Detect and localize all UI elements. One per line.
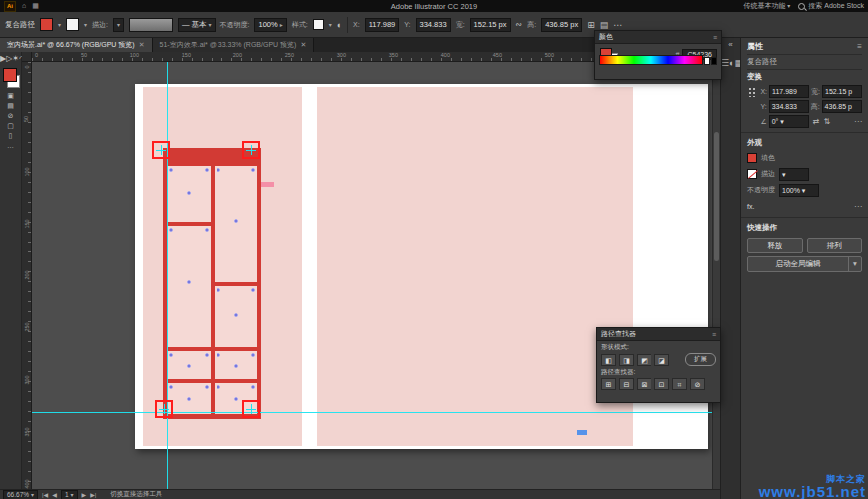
cabinet-cell[interactable] bbox=[167, 226, 211, 347]
reference-point-grid[interactable] bbox=[747, 86, 756, 97]
vertical-scrollbar[interactable] bbox=[712, 62, 720, 489]
close-icon[interactable]: ✕ bbox=[300, 41, 306, 49]
width-field[interactable]: 152.15 px bbox=[470, 18, 511, 32]
prev-artboard-icon[interactable]: ◀ bbox=[52, 491, 57, 498]
anchor-point bbox=[187, 397, 191, 401]
more-options-icon[interactable]: ⋯ bbox=[854, 117, 862, 126]
crop-icon[interactable]: ⊡ bbox=[654, 378, 669, 390]
magic-wand-tool-icon[interactable]: ✶ bbox=[12, 54, 19, 63]
more-options-icon[interactable]: ⋯ bbox=[613, 20, 622, 30]
draw-mode-icon[interactable]: ▢ bbox=[0, 121, 21, 131]
chevron-down-icon: ▾ bbox=[58, 21, 61, 28]
link-dimensions-icon[interactable]: ∾ bbox=[516, 20, 523, 29]
x-field[interactable]: 117.989 bbox=[365, 18, 400, 32]
divide-icon[interactable]: ⊞ bbox=[601, 378, 616, 390]
width-field[interactable]: 152.15 p bbox=[822, 85, 862, 98]
tab-document-1[interactable]: 室内场景.ai* @ 66.67% (RGB/GPU 预览)✕ bbox=[0, 38, 153, 52]
color-spectrum-bar[interactable] bbox=[599, 55, 703, 65]
color-none-mode-icon[interactable]: ⊘ bbox=[0, 111, 21, 121]
libraries-panel-icon[interactable]: ☰ bbox=[721, 58, 729, 68]
fill-stroke-indicator[interactable] bbox=[2, 68, 20, 88]
properties-tab[interactable]: 属性 bbox=[747, 41, 763, 52]
minus-back-icon[interactable]: ⊘ bbox=[690, 378, 705, 390]
flip-vertical-icon[interactable]: ⇅ bbox=[823, 117, 830, 126]
document-setup-icon[interactable]: ◐ bbox=[337, 20, 342, 30]
home-icon[interactable]: ⌂ bbox=[22, 1, 26, 11]
brush-definition-dropdown[interactable]: — 基本 ▾ bbox=[178, 18, 216, 32]
first-artboard-icon[interactable]: |◀ bbox=[42, 491, 48, 498]
panel-menu-icon[interactable]: ≡ bbox=[713, 34, 717, 41]
cabinet-compound-path[interactable] bbox=[163, 148, 261, 419]
global-edit-button[interactable]: 启动全局编辑 ▾ bbox=[747, 256, 862, 272]
color-fill-mode-icon[interactable]: ▣ bbox=[0, 91, 21, 101]
cabinet-cell[interactable] bbox=[215, 166, 257, 282]
y-field[interactable]: 334.833 bbox=[416, 18, 451, 32]
stroke-weight-dropdown[interactable]: ▾ bbox=[113, 18, 124, 32]
zoom-level-field[interactable]: 66.67% ▾ bbox=[3, 490, 38, 499]
color-panel-title[interactable]: 颜色 bbox=[599, 32, 613, 42]
ruler-origin[interactable] bbox=[22, 52, 32, 62]
pink-rectangle-right[interactable] bbox=[317, 87, 633, 446]
fill-swatch[interactable] bbox=[747, 153, 757, 163]
y-field[interactable]: 334.833 bbox=[769, 100, 809, 113]
black-swatch[interactable] bbox=[711, 57, 717, 65]
intersect-icon[interactable]: ◩ bbox=[637, 354, 651, 366]
screen-mode-icon[interactable]: ▯ bbox=[0, 131, 21, 141]
cabinet-cell[interactable] bbox=[167, 351, 211, 379]
cabinet-cell[interactable] bbox=[167, 166, 211, 222]
chevron-down-icon[interactable]: ▾ bbox=[848, 257, 861, 271]
minus-front-icon[interactable]: ◨ bbox=[619, 354, 634, 366]
expand-button[interactable]: 扩展 bbox=[685, 353, 716, 366]
release-button[interactable]: 释放 bbox=[747, 238, 803, 253]
search-adobe-stock[interactable]: 搜索 Adobe Stock bbox=[798, 1, 864, 11]
transform-section-title: 变换 bbox=[747, 70, 862, 84]
trim-icon[interactable]: ⊟ bbox=[619, 378, 634, 390]
last-artboard-icon[interactable]: ▶| bbox=[90, 491, 96, 498]
next-artboard-icon[interactable]: ▶ bbox=[82, 491, 87, 498]
height-field[interactable]: 436.85 px bbox=[541, 18, 582, 32]
fill-color-swatch[interactable] bbox=[40, 18, 53, 31]
document-viewport[interactable] bbox=[32, 62, 712, 489]
unite-icon[interactable]: ◧ bbox=[601, 354, 616, 366]
tab-document-2[interactable]: 51-室内效果.ai* @ 33.33% (RGB/GPU 预览)✕ bbox=[153, 38, 315, 52]
horizontal-guide[interactable] bbox=[32, 412, 712, 413]
stroke-weight-field[interactable]: ▾ bbox=[779, 168, 809, 181]
scrollbar-thumb[interactable] bbox=[714, 132, 719, 261]
workspace-switcher[interactable]: 传统基本功能 ▾ bbox=[743, 1, 790, 11]
expand-panels-icon[interactable]: « bbox=[728, 40, 732, 52]
stroke-swatch[interactable] bbox=[747, 169, 757, 179]
menu-grid-icon[interactable]: ▦ bbox=[32, 1, 39, 11]
cabinet-cell[interactable] bbox=[167, 383, 211, 414]
fill-indicator[interactable] bbox=[3, 68, 17, 82]
toolbar-more-icon[interactable]: … bbox=[0, 141, 21, 151]
opacity-field[interactable]: 100% ▾ bbox=[779, 184, 819, 197]
white-swatch[interactable] bbox=[704, 57, 710, 65]
arrange-button[interactable]: 排列 bbox=[807, 238, 863, 253]
close-icon[interactable]: ✕ bbox=[139, 41, 145, 49]
cabinet-cell[interactable] bbox=[215, 351, 257, 379]
flip-horizontal-icon[interactable]: ⇄ bbox=[813, 117, 820, 126]
rotation-field[interactable]: 0° ▾ bbox=[769, 115, 809, 128]
height-field[interactable]: 436.85 p bbox=[822, 100, 862, 113]
color-gradient-mode-icon[interactable]: ▤ bbox=[0, 101, 21, 111]
opacity-field[interactable]: 100% ▸ bbox=[254, 18, 286, 32]
outline-icon[interactable]: ⌗ bbox=[672, 378, 687, 390]
panel-menu-icon[interactable]: ≡ bbox=[857, 42, 862, 51]
exclude-icon[interactable]: ◪ bbox=[654, 354, 669, 366]
canvas-area[interactable]: 050100150200250300350400450500550600650 … bbox=[22, 52, 720, 489]
merge-icon[interactable]: ⊠ bbox=[637, 378, 651, 390]
style-swatch[interactable] bbox=[313, 19, 324, 30]
fx-button[interactable]: fx. bbox=[747, 203, 754, 210]
cabinet-cell[interactable] bbox=[215, 286, 257, 347]
width-profile-dropdown[interactable] bbox=[129, 18, 173, 32]
more-options-icon[interactable]: ⋯ bbox=[854, 202, 862, 211]
panel-menu-icon[interactable]: ≡ bbox=[712, 331, 716, 338]
transform-panel-icon[interactable]: ⊞ bbox=[587, 20, 595, 30]
y-label: Y: bbox=[760, 103, 766, 110]
artboard-nav-field[interactable]: 1 ▾ bbox=[61, 490, 78, 499]
pathfinder-panel-title[interactable]: 路径查找器 bbox=[601, 329, 636, 339]
stroke-color-swatch[interactable] bbox=[66, 18, 79, 31]
align-options-icon[interactable]: ▤ bbox=[600, 20, 609, 30]
x-field[interactable]: 117.989 bbox=[769, 85, 809, 98]
vertical-guide[interactable] bbox=[167, 62, 168, 489]
